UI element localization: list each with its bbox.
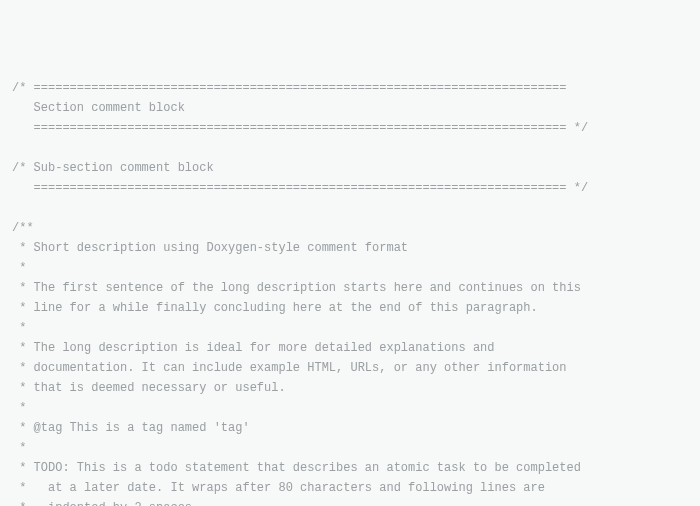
code-line: * that is deemed necessary or useful. — [12, 378, 686, 398]
code-line: ========================================… — [12, 178, 686, 198]
code-line — [12, 198, 686, 218]
code-line: * at a later date. It wraps after 80 cha… — [12, 478, 686, 498]
code-line: * — [12, 398, 686, 418]
code-line: * line for a while finally concluding he… — [12, 298, 686, 318]
code-line: * documentation. It can include example … — [12, 358, 686, 378]
code-line: * Short description using Doxygen-style … — [12, 238, 686, 258]
code-line: /* Sub-section comment block — [12, 158, 686, 178]
code-line: ========================================… — [12, 118, 686, 138]
code-line: * — [12, 438, 686, 458]
code-line: * TODO: This is a todo statement that de… — [12, 458, 686, 478]
code-line: * indented by 2 spaces. — [12, 498, 686, 506]
code-line: Section comment block — [12, 98, 686, 118]
code-line — [12, 138, 686, 158]
code-line: /** — [12, 218, 686, 238]
code-line: * The first sentence of the long descrip… — [12, 278, 686, 298]
code-line: * — [12, 258, 686, 278]
code-line: * — [12, 318, 686, 338]
code-line: * @tag This is a tag named 'tag' — [12, 418, 686, 438]
code-comment-block: /* =====================================… — [12, 78, 686, 506]
code-line: * The long description is ideal for more… — [12, 338, 686, 358]
code-line: /* =====================================… — [12, 78, 686, 98]
